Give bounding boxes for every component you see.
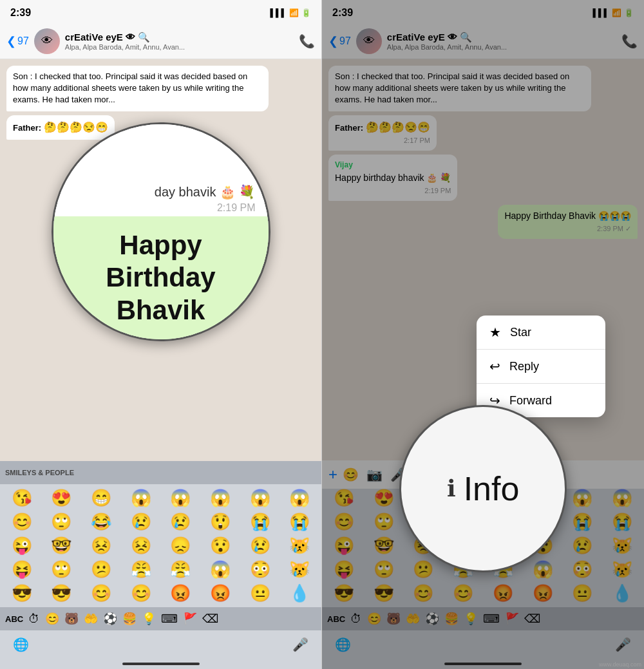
battery-icon: 🔋	[301, 8, 311, 17]
info-zoom-circle: ℹ Info	[399, 405, 567, 572]
forward-label: Forward	[509, 394, 552, 408]
emoji-cell[interactable]: 🙄	[43, 558, 81, 581]
zoom-small-time: 2:19 PM	[217, 202, 256, 214]
status-icons-left: ▌▌▌ 📶 🔋	[270, 8, 311, 17]
emoji-cell[interactable]: 😁	[82, 487, 120, 509]
emoji-cell[interactable]: 😡	[201, 582, 240, 605]
msg-text-1: Son : I checked that too. Principal said…	[13, 71, 262, 106]
emoji-cell[interactable]: 😿	[280, 558, 319, 581]
info-icon: ℹ	[447, 475, 456, 502]
chevron-left-icon: ❮	[6, 34, 16, 48]
emoji-cell[interactable]: 😣	[82, 534, 120, 557]
emoji-cell[interactable]: 💧	[280, 582, 319, 605]
menu-item-reply[interactable]: ↩ Reply	[477, 350, 605, 384]
call-icon-left[interactable]: 📞	[299, 33, 315, 49]
right-phone-panel: 2:39 ▌▌▌ 📶 🔋 ❮ 97 👁 crEatiVe eyE 👁 🔍 Alp…	[322, 0, 644, 669]
zoom-magnifier-left: day bhavik 🎂 💐 2:19 PM Happy Birthday Bh…	[52, 122, 270, 341]
wifi-icon: 📶	[289, 8, 299, 17]
emoji-cell[interactable]: 🙄	[43, 511, 81, 533]
header-actions-left: 📞	[299, 33, 315, 49]
contact-members-left: Alpa, Alpa Baroda, Amit, Annu, Avan...	[65, 43, 294, 51]
emoji-cell[interactable]: 😊	[122, 582, 160, 605]
zoom-content-left: day bhavik 🎂 💐 2:19 PM Happy Birthday Bh…	[53, 124, 269, 339]
emoji-cell[interactable]: 😕	[82, 558, 120, 581]
emoji-cell[interactable]: 😿	[280, 534, 319, 557]
msg-received-1: Son : I checked that too. Principal said…	[6, 66, 269, 111]
mic-icon-left[interactable]: 🎤	[292, 637, 308, 652]
soccer-icon[interactable]: ⚽	[103, 612, 117, 626]
emoji-cell[interactable]: 😱	[201, 487, 240, 509]
context-menu: ★ Star ↩ Reply ↪ Forward	[477, 316, 605, 417]
smileys-label: SMILEYS & PEOPLE	[5, 469, 74, 476]
emoji-cell[interactable]: 😱	[162, 487, 200, 509]
emoji-cell[interactable]: 😊	[3, 511, 41, 533]
keyboard-bottom-left: 🌐 🎤	[0, 630, 321, 659]
emoji-cell[interactable]: 😘	[3, 487, 41, 509]
left-phone-panel: 2:39 ▌▌▌ 📶 🔋 ❮ 97 👁 crEatiVe eyE 👁 🔍 Alp…	[0, 0, 322, 669]
zoom-main-msg: Happy Birthday Bhavik	[53, 216, 269, 339]
bear-icon[interactable]: 🐻	[64, 612, 79, 626]
emoji-cell[interactable]: 😍	[43, 487, 81, 509]
abc-button[interactable]: ABC	[5, 614, 23, 624]
zoom-small-msg: day bhavik 🎂 💐	[155, 184, 256, 200]
hands-icon[interactable]: 🤲	[84, 612, 98, 626]
bulb-icon[interactable]: 💡	[142, 612, 156, 626]
star-label: Star	[510, 326, 531, 339]
clock-icon[interactable]: ⏱	[28, 612, 40, 626]
emoji-cell[interactable]: 😊	[82, 582, 120, 605]
info-label: Info	[464, 469, 520, 508]
reply-label: Reply	[509, 360, 539, 373]
emoji-cell[interactable]: 😎	[43, 582, 81, 605]
msg-father-emoji: 🤔🤔🤔😒😁	[44, 122, 108, 133]
chat-header-left: ❮ 97 👁 crEatiVe eyE 👁 🔍 Alpa, Alpa Barod…	[0, 23, 321, 59]
back-count-left: 97	[17, 35, 29, 47]
emoji-cell[interactable]: 😞	[162, 534, 200, 557]
smiley-icon[interactable]: 😊	[45, 612, 59, 626]
keyboard-toolbar-left: SMILEYS & PEOPLE	[0, 461, 321, 484]
emoji-cell[interactable]: 😭	[241, 511, 279, 533]
signal-icon: ▌▌▌	[270, 8, 287, 17]
emoji-cell[interactable]: 😢	[241, 534, 279, 557]
food-icon[interactable]: 🍔	[122, 612, 137, 626]
emoji-cell[interactable]: 😲	[201, 511, 240, 533]
emoji-cell[interactable]: 😱	[280, 487, 319, 509]
emoji-cell[interactable]: 🤓	[43, 534, 81, 557]
emoji-grid-left: 😘 😍 😁 😱 😱 😱 😱 😱 😊 🙄 😂 😢 😢 😲 😭 😭 😜 🤓 😣 😣 …	[0, 484, 321, 607]
emoji-cell[interactable]: 😱	[201, 558, 240, 581]
contact-name-left: crEatiVe eyE 👁 🔍	[65, 32, 294, 43]
home-indicator-left	[122, 663, 200, 665]
star-icon: ★	[489, 325, 501, 340]
msg-received-2: Father: 🤔🤔🤔😒😁	[6, 115, 115, 140]
globe-icon-left[interactable]: 🌐	[13, 637, 29, 652]
emoji-cell[interactable]: 😭	[280, 511, 319, 533]
emoji-cell[interactable]: 😢	[162, 511, 200, 533]
emoji-cell[interactable]: 😤	[162, 558, 200, 581]
msg-father-label: Father:	[13, 123, 41, 133]
emoji-cell[interactable]: 😱	[122, 487, 160, 509]
emoji-cell[interactable]: 😳	[241, 558, 279, 581]
emoji-cell[interactable]: 😎	[3, 582, 41, 605]
keyboard-left: SMILEYS & PEOPLE 😘 😍 😁 😱 😱 😱 😱 😱 😊 🙄 😂 😢…	[0, 461, 321, 669]
emoji-cell[interactable]: 😂	[82, 511, 120, 533]
contact-info-left: crEatiVe eyE 👁 🔍 Alpa, Alpa Baroda, Amit…	[65, 32, 294, 51]
back-button-left[interactable]: ❮ 97	[6, 34, 29, 48]
flag-icon[interactable]: 🚩	[183, 612, 197, 626]
menu-item-star[interactable]: ★ Star	[477, 316, 605, 350]
status-bar-left: 2:39 ▌▌▌ 📶 🔋	[0, 0, 321, 23]
emoji-cell[interactable]: 😜	[3, 534, 41, 557]
delete-icon[interactable]: ⌫	[202, 612, 218, 626]
emoji-cell[interactable]: 😢	[122, 511, 160, 533]
time-left: 2:39	[10, 7, 31, 19]
emoji-cell[interactable]: 😡	[162, 582, 200, 605]
avatar-left: 👁	[34, 28, 60, 54]
emoji-cell[interactable]: 😱	[241, 487, 279, 509]
emoji-cell[interactable]: 😣	[122, 534, 160, 557]
emoji-cell[interactable]: 😯	[201, 534, 240, 557]
reply-icon: ↩	[489, 359, 500, 374]
emoji-cell[interactable]: 😤	[122, 558, 160, 581]
keyboard-icon[interactable]: ⌨	[161, 612, 178, 626]
emoji-cell[interactable]: 😐	[241, 582, 279, 605]
emoji-cell[interactable]: 😝	[3, 558, 41, 581]
